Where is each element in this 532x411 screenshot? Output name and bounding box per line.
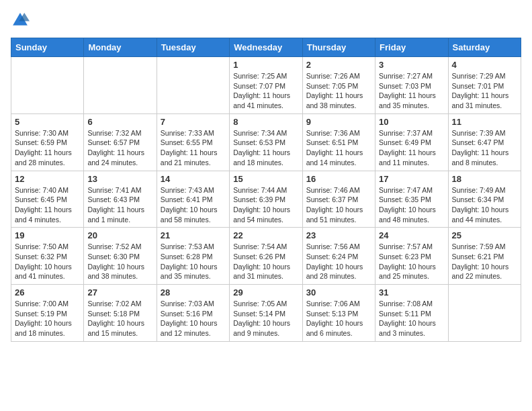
calendar-cell: 23Sunrise: 7:56 AM Sunset: 6:24 PM Dayli… — [302, 228, 375, 285]
day-content: Sunrise: 7:43 AM Sunset: 6:41 PM Dayligh… — [161, 185, 226, 225]
day-content: Sunrise: 7:06 AM Sunset: 5:13 PM Dayligh… — [306, 299, 371, 338]
day-content: Sunrise: 7:52 AM Sunset: 6:30 PM Dayligh… — [87, 242, 152, 281]
calendar-cell: 14Sunrise: 7:43 AM Sunset: 6:41 PM Dayli… — [157, 171, 229, 228]
day-number: 10 — [379, 117, 444, 127]
calendar-cell: 31Sunrise: 7:08 AM Sunset: 5:11 PM Dayli… — [375, 285, 448, 342]
calendar-cell: 10Sunrise: 7:37 AM Sunset: 6:49 PM Dayli… — [375, 113, 448, 171]
calendar-table: SundayMondayTuesdayWednesdayThursdayFrid… — [11, 38, 521, 342]
day-number: 24 — [379, 230, 444, 240]
day-number: 2 — [306, 60, 371, 70]
day-content: Sunrise: 7:50 AM Sunset: 6:32 PM Dayligh… — [15, 242, 80, 281]
day-number: 17 — [379, 174, 444, 184]
calendar-cell: 20Sunrise: 7:52 AM Sunset: 6:30 PM Dayli… — [84, 228, 157, 285]
calendar-cell — [84, 57, 157, 114]
day-number: 14 — [161, 174, 226, 184]
day-content: Sunrise: 7:32 AM Sunset: 6:57 PM Dayligh… — [87, 128, 152, 168]
day-number: 30 — [306, 287, 371, 298]
day-content: Sunrise: 7:54 AM Sunset: 6:26 PM Dayligh… — [233, 242, 298, 281]
calendar-cell: 13Sunrise: 7:41 AM Sunset: 6:43 PM Dayli… — [84, 171, 157, 228]
day-content: Sunrise: 7:49 AM Sunset: 6:34 PM Dayligh… — [452, 185, 517, 225]
day-number: 21 — [161, 230, 226, 240]
day-content: Sunrise: 7:34 AM Sunset: 6:53 PM Dayligh… — [233, 128, 298, 168]
calendar-cell: 4Sunrise: 7:29 AM Sunset: 7:01 PM Daylig… — [448, 57, 521, 114]
calendar-cell: 24Sunrise: 7:57 AM Sunset: 6:23 PM Dayli… — [375, 228, 448, 285]
day-number: 31 — [379, 287, 444, 298]
day-content: Sunrise: 7:03 AM Sunset: 5:16 PM Dayligh… — [161, 299, 226, 338]
calendar-cell — [11, 57, 84, 114]
day-content: Sunrise: 7:57 AM Sunset: 6:23 PM Dayligh… — [379, 242, 444, 281]
day-number: 26 — [15, 287, 80, 298]
day-number: 22 — [233, 230, 298, 240]
day-number: 12 — [15, 174, 80, 184]
day-number: 5 — [15, 117, 80, 127]
day-content: Sunrise: 7:33 AM Sunset: 6:55 PM Dayligh… — [161, 128, 226, 168]
weekday-header-tuesday: Tuesday — [157, 38, 229, 57]
calendar-cell: 5Sunrise: 7:30 AM Sunset: 6:59 PM Daylig… — [11, 113, 84, 171]
day-number: 15 — [233, 174, 298, 184]
day-number: 16 — [306, 174, 371, 184]
day-content: Sunrise: 7:39 AM Sunset: 6:47 PM Dayligh… — [452, 128, 517, 168]
weekday-header-thursday: Thursday — [302, 38, 375, 57]
day-content: Sunrise: 7:05 AM Sunset: 5:14 PM Dayligh… — [233, 299, 298, 338]
calendar-cell: 21Sunrise: 7:53 AM Sunset: 6:28 PM Dayli… — [157, 228, 229, 285]
day-number: 9 — [306, 117, 371, 127]
logo — [11, 11, 32, 30]
logo-icon — [11, 11, 30, 30]
calendar-week-row: 5Sunrise: 7:30 AM Sunset: 6:59 PM Daylig… — [11, 113, 521, 171]
day-number: 23 — [306, 230, 371, 240]
day-number: 13 — [87, 174, 152, 184]
weekday-header-wednesday: Wednesday — [230, 38, 302, 57]
calendar-body: 1Sunrise: 7:25 AM Sunset: 7:07 PM Daylig… — [11, 57, 521, 342]
day-content: Sunrise: 7:00 AM Sunset: 5:19 PM Dayligh… — [15, 299, 80, 338]
calendar-cell: 6Sunrise: 7:32 AM Sunset: 6:57 PM Daylig… — [84, 113, 157, 171]
day-content: Sunrise: 7:29 AM Sunset: 7:01 PM Dayligh… — [452, 71, 517, 111]
day-content: Sunrise: 7:25 AM Sunset: 7:07 PM Dayligh… — [233, 71, 298, 111]
day-number: 19 — [15, 230, 80, 240]
weekday-header-monday: Monday — [84, 38, 157, 57]
day-number: 27 — [87, 287, 152, 298]
day-content: Sunrise: 7:30 AM Sunset: 6:59 PM Dayligh… — [15, 128, 80, 168]
calendar-cell: 25Sunrise: 7:59 AM Sunset: 6:21 PM Dayli… — [448, 228, 521, 285]
day-content: Sunrise: 7:56 AM Sunset: 6:24 PM Dayligh… — [306, 242, 371, 281]
day-content: Sunrise: 7:40 AM Sunset: 6:45 PM Dayligh… — [15, 185, 80, 225]
calendar-cell: 15Sunrise: 7:44 AM Sunset: 6:39 PM Dayli… — [230, 171, 302, 228]
calendar-cell: 8Sunrise: 7:34 AM Sunset: 6:53 PM Daylig… — [230, 113, 302, 171]
calendar-cell: 9Sunrise: 7:36 AM Sunset: 6:51 PM Daylig… — [302, 113, 375, 171]
calendar-cell: 16Sunrise: 7:46 AM Sunset: 6:37 PM Dayli… — [302, 171, 375, 228]
day-content: Sunrise: 7:46 AM Sunset: 6:37 PM Dayligh… — [306, 185, 371, 225]
day-content: Sunrise: 7:26 AM Sunset: 7:05 PM Dayligh… — [306, 71, 371, 111]
day-content: Sunrise: 7:27 AM Sunset: 7:03 PM Dayligh… — [379, 71, 444, 111]
day-content: Sunrise: 7:44 AM Sunset: 6:39 PM Dayligh… — [233, 185, 298, 225]
day-content: Sunrise: 7:59 AM Sunset: 6:21 PM Dayligh… — [452, 242, 517, 281]
day-number: 8 — [233, 117, 298, 127]
weekday-header-row: SundayMondayTuesdayWednesdayThursdayFrid… — [11, 38, 521, 57]
calendar-header: SundayMondayTuesdayWednesdayThursdayFrid… — [11, 38, 521, 57]
weekday-header-sunday: Sunday — [11, 38, 84, 57]
calendar-cell: 19Sunrise: 7:50 AM Sunset: 6:32 PM Dayli… — [11, 228, 84, 285]
day-number: 18 — [452, 174, 517, 184]
day-number: 28 — [161, 287, 226, 298]
calendar-cell: 17Sunrise: 7:47 AM Sunset: 6:35 PM Dayli… — [375, 171, 448, 228]
day-number: 6 — [87, 117, 152, 127]
day-number: 4 — [452, 60, 517, 70]
day-content: Sunrise: 7:53 AM Sunset: 6:28 PM Dayligh… — [161, 242, 226, 281]
page-header — [11, 11, 521, 30]
calendar-cell: 1Sunrise: 7:25 AM Sunset: 7:07 PM Daylig… — [230, 57, 302, 114]
day-content: Sunrise: 7:37 AM Sunset: 6:49 PM Dayligh… — [379, 128, 444, 168]
calendar-week-row: 19Sunrise: 7:50 AM Sunset: 6:32 PM Dayli… — [11, 228, 521, 285]
calendar-cell — [448, 285, 521, 342]
weekday-header-saturday: Saturday — [448, 38, 521, 57]
day-content: Sunrise: 7:47 AM Sunset: 6:35 PM Dayligh… — [379, 185, 444, 225]
calendar-week-row: 12Sunrise: 7:40 AM Sunset: 6:45 PM Dayli… — [11, 171, 521, 228]
calendar-cell: 27Sunrise: 7:02 AM Sunset: 5:18 PM Dayli… — [84, 285, 157, 342]
calendar-week-row: 26Sunrise: 7:00 AM Sunset: 5:19 PM Dayli… — [11, 285, 521, 342]
day-number: 20 — [87, 230, 152, 240]
calendar-cell: 3Sunrise: 7:27 AM Sunset: 7:03 PM Daylig… — [375, 57, 448, 114]
day-number: 3 — [379, 60, 444, 70]
day-number: 7 — [161, 117, 226, 127]
day-content: Sunrise: 7:41 AM Sunset: 6:43 PM Dayligh… — [87, 185, 152, 225]
day-number: 25 — [452, 230, 517, 240]
weekday-header-friday: Friday — [375, 38, 448, 57]
calendar-cell: 11Sunrise: 7:39 AM Sunset: 6:47 PM Dayli… — [448, 113, 521, 171]
day-content: Sunrise: 7:36 AM Sunset: 6:51 PM Dayligh… — [306, 128, 371, 168]
